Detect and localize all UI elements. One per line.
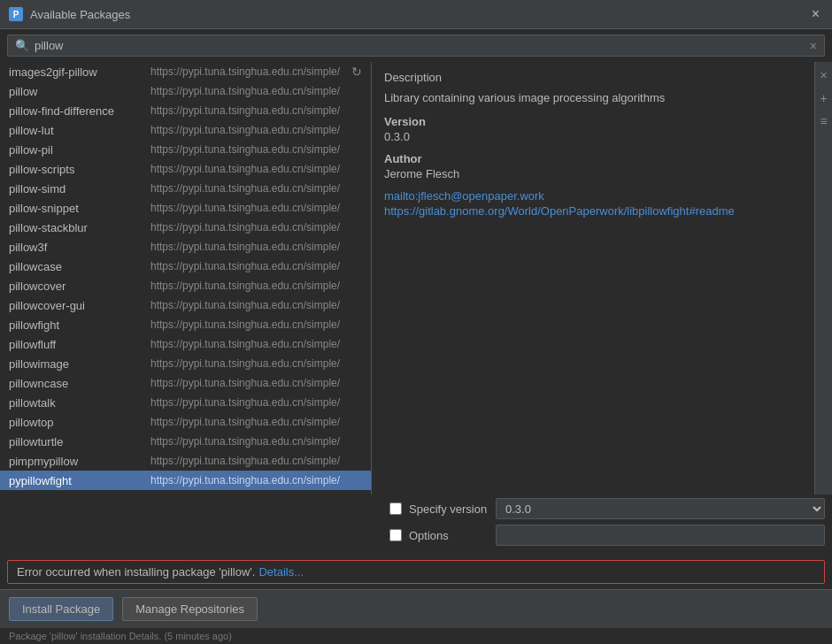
package-url: https://pypi.tuna.tsinghua.edu.cn/simple… bbox=[150, 124, 362, 136]
package-url: https://pypi.tuna.tsinghua.edu.cn/simple… bbox=[150, 338, 362, 350]
package-url: https://pypi.tuna.tsinghua.edu.cn/simple… bbox=[150, 241, 362, 253]
package-row[interactable]: pillowncasehttps://pypi.tuna.tsinghua.ed… bbox=[0, 373, 371, 393]
title-bar: P Available Packages × bbox=[0, 0, 832, 29]
options-input[interactable] bbox=[496, 525, 825, 546]
package-url: https://pypi.tuna.tsinghua.edu.cn/simple… bbox=[150, 455, 362, 467]
package-url: https://pypi.tuna.tsinghua.edu.cn/simple… bbox=[150, 396, 362, 409]
package-url: https://pypi.tuna.tsinghua.edu.cn/simple… bbox=[150, 357, 362, 370]
package-row[interactable]: images2gif-pillowhttps://pypi.tuna.tsing… bbox=[0, 62, 371, 81]
package-name: pypillowfight bbox=[9, 474, 150, 487]
refresh-icon[interactable]: ↻ bbox=[351, 65, 362, 79]
author-value: Jerome Flesch bbox=[384, 167, 802, 180]
package-row[interactable]: pillowtophttps://pypi.tuna.tsinghua.edu.… bbox=[0, 412, 371, 432]
package-row[interactable]: pillowfluffhttps://pypi.tuna.tsinghua.ed… bbox=[0, 334, 371, 354]
package-url: https://pypi.tuna.tsinghua.edu.cn/simple… bbox=[150, 104, 362, 117]
title-bar-left: P Available Packages bbox=[9, 7, 130, 21]
package-row[interactable]: pillow-luthttps://pypi.tuna.tsinghua.edu… bbox=[0, 120, 371, 140]
sidebar-close-icon[interactable]: × bbox=[816, 67, 832, 83]
package-row[interactable]: pillowcoverhttps://pypi.tuna.tsinghua.ed… bbox=[0, 276, 371, 295]
search-input[interactable] bbox=[35, 39, 805, 52]
specify-version-select[interactable]: 0.3.0 bbox=[496, 498, 825, 519]
package-name: pillowimage bbox=[9, 357, 150, 371]
package-url: https://pypi.tuna.tsinghua.edu.cn/simple… bbox=[150, 85, 362, 97]
package-url: https://pypi.tuna.tsinghua.edu.cn/simple… bbox=[150, 377, 362, 389]
package-row[interactable]: pillow-pilhttps://pypi.tuna.tsinghua.edu… bbox=[0, 140, 371, 159]
footer-buttons: Install Package Manage Repositories bbox=[0, 589, 832, 628]
options-area: Specify version 0.3.0 Options bbox=[0, 494, 832, 555]
package-name: pillow-pil bbox=[9, 143, 150, 157]
package-row[interactable]: pillow3fhttps://pypi.tuna.tsinghua.edu.c… bbox=[0, 237, 371, 257]
repo-link[interactable]: https://gitlab.gnome.org/World/OpenPaper… bbox=[384, 204, 802, 218]
package-row[interactable]: pillowcasehttps://pypi.tuna.tsinghua.edu… bbox=[0, 257, 371, 276]
sidebar-add-icon[interactable]: + bbox=[816, 90, 832, 106]
specify-version-label: Specify version bbox=[409, 502, 489, 516]
description-text: Library containing various image process… bbox=[384, 91, 802, 104]
package-url: https://pypi.tuna.tsinghua.edu.cn/simple… bbox=[150, 318, 362, 331]
package-name: pillowtop bbox=[9, 416, 150, 429]
status-bar: Package 'pillow' installation Details. (… bbox=[0, 628, 832, 644]
package-url: https://pypi.tuna.tsinghua.edu.cn/simple… bbox=[150, 299, 362, 311]
package-row[interactable]: pillowtalkhttps://pypi.tuna.tsinghua.edu… bbox=[0, 393, 371, 412]
package-name: pillowfluff bbox=[9, 338, 150, 351]
version-value: 0.3.0 bbox=[384, 130, 802, 143]
package-url: https://pypi.tuna.tsinghua.edu.cn/simple… bbox=[150, 143, 362, 156]
package-name: pillowcover bbox=[9, 280, 150, 293]
manage-repositories-button[interactable]: Manage Repositories bbox=[122, 597, 258, 621]
options-label: Options bbox=[409, 529, 489, 542]
package-url: https://pypi.tuna.tsinghua.edu.cn/simple… bbox=[150, 221, 362, 234]
package-row[interactable]: pillowturtlehttps://pypi.tuna.tsinghua.e… bbox=[0, 432, 371, 451]
package-row[interactable]: pillowfighthttps://pypi.tuna.tsinghua.ed… bbox=[0, 315, 371, 334]
status-text: Package 'pillow' installation Details. (… bbox=[9, 631, 232, 641]
package-name: pillowcase bbox=[9, 260, 150, 273]
package-url: https://pypi.tuna.tsinghua.edu.cn/simple… bbox=[150, 65, 346, 78]
dialog-title: Available Packages bbox=[30, 8, 130, 21]
package-url: https://pypi.tuna.tsinghua.edu.cn/simple… bbox=[150, 202, 362, 214]
package-url: https://pypi.tuna.tsinghua.edu.cn/simple… bbox=[150, 182, 362, 195]
package-url: https://pypi.tuna.tsinghua.edu.cn/simple… bbox=[150, 163, 362, 175]
options-checkbox[interactable] bbox=[389, 529, 402, 541]
search-icon: 🔍 bbox=[15, 39, 29, 52]
package-list: images2gif-pillowhttps://pypi.tuna.tsing… bbox=[0, 62, 372, 494]
package-url: https://pypi.tuna.tsinghua.edu.cn/simple… bbox=[150, 435, 362, 448]
package-name: pillow-find-difference bbox=[9, 104, 150, 118]
package-name: pillowcover-gui bbox=[9, 299, 150, 312]
package-name: pillow-lut bbox=[9, 124, 150, 137]
description-panel: Description Library containing various i… bbox=[372, 62, 814, 494]
package-name: pillow bbox=[9, 85, 150, 98]
package-name: images2gif-pillow bbox=[9, 65, 150, 79]
package-row[interactable]: pillow-find-differencehttps://pypi.tuna.… bbox=[0, 101, 371, 120]
package-row[interactable]: pillowcover-guihttps://pypi.tuna.tsinghu… bbox=[0, 295, 371, 315]
error-details-link[interactable]: Details... bbox=[258, 565, 304, 579]
package-url: https://pypi.tuna.tsinghua.edu.cn/simple… bbox=[150, 474, 362, 487]
package-row[interactable]: pillow-snippethttps://pypi.tuna.tsinghua… bbox=[0, 198, 371, 218]
package-name: pillow-simd bbox=[9, 182, 150, 196]
error-text: Error occurred when installing package '… bbox=[17, 565, 255, 579]
package-name: pillowturtle bbox=[9, 435, 150, 448]
package-row[interactable]: pillowimagehttps://pypi.tuna.tsinghua.ed… bbox=[0, 354, 371, 373]
options-row: Options bbox=[389, 525, 825, 546]
sidebar-menu-icon[interactable]: ≡ bbox=[816, 113, 832, 129]
package-row[interactable]: pypillowfighthttps://pypi.tuna.tsinghua.… bbox=[0, 471, 371, 490]
install-package-button[interactable]: Install Package bbox=[9, 597, 113, 621]
search-clear-button[interactable]: × bbox=[810, 40, 817, 52]
app-icon: P bbox=[9, 7, 23, 21]
description-title: Description bbox=[384, 71, 802, 84]
package-row[interactable]: pillowhttps://pypi.tuna.tsinghua.edu.cn/… bbox=[0, 81, 371, 101]
error-bar: Error occurred when installing package '… bbox=[7, 560, 825, 584]
specify-version-checkbox[interactable] bbox=[389, 502, 402, 515]
package-name: pillowfight bbox=[9, 318, 150, 332]
package-row[interactable]: pillow-stackblurhttps://pypi.tuna.tsingh… bbox=[0, 218, 371, 237]
package-name: pimpmypillow bbox=[9, 455, 150, 468]
package-url: https://pypi.tuna.tsinghua.edu.cn/simple… bbox=[150, 280, 362, 292]
package-row[interactable]: pillow-scriptshttps://pypi.tuna.tsinghua… bbox=[0, 159, 371, 179]
package-name: pillowtalk bbox=[9, 396, 150, 410]
package-url: https://pypi.tuna.tsinghua.edu.cn/simple… bbox=[150, 260, 362, 272]
package-row[interactable]: pillow-simdhttps://pypi.tuna.tsinghua.ed… bbox=[0, 179, 371, 198]
close-button[interactable]: × bbox=[808, 5, 823, 23]
author-label: Author bbox=[384, 152, 802, 165]
package-name: pillow-scripts bbox=[9, 163, 150, 176]
email-link[interactable]: mailto:jflesch@openpaper.work bbox=[384, 189, 802, 203]
package-row[interactable]: pimpmypillowhttps://pypi.tuna.tsinghua.e… bbox=[0, 451, 371, 471]
search-bar: 🔍 × bbox=[7, 34, 825, 57]
package-name: pillow3f bbox=[9, 241, 150, 254]
